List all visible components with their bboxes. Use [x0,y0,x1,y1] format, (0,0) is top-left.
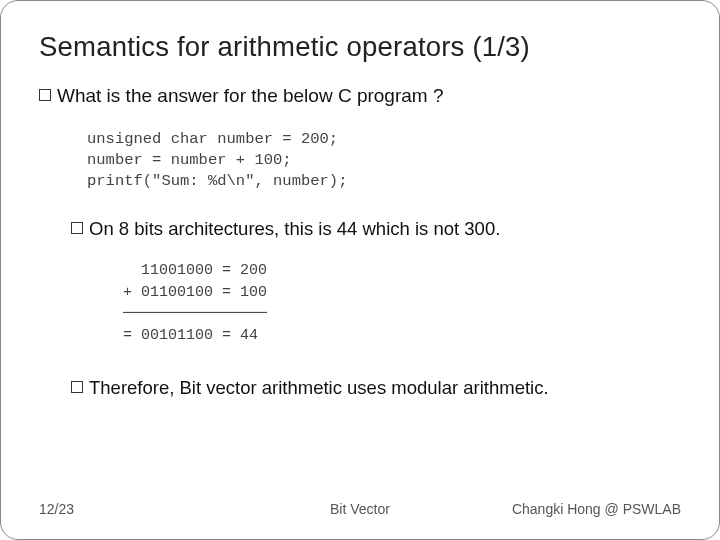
math-block: 11001000 = 200 + 01100100 = 100 ────────… [123,260,681,347]
bullet-text: Therefore, Bit vector arithmetic uses mo… [89,377,549,399]
page-number: 12/23 [39,501,74,517]
footer-author: Changki Hong @ PSWLAB [512,501,681,517]
slide: Semantics for arithmetic operators (1/3)… [0,0,720,540]
bullet-box-icon [39,89,51,101]
bullet-box-icon [71,381,83,393]
bullet-level1: What is the answer for the below C progr… [39,85,681,107]
bullet-text: What is the answer for the below C progr… [57,85,444,107]
code-block: unsigned char number = 200; number = num… [87,129,681,192]
bullet-level2: On 8 bits architectures, this is 44 whic… [71,218,681,240]
footer: 12/23 Bit Vector Changki Hong @ PSWLAB [1,501,719,517]
bullet-text: On 8 bits architectures, this is 44 whic… [89,218,500,240]
slide-title: Semantics for arithmetic operators (1/3) [39,31,681,63]
bullet-box-icon [71,222,83,234]
bullet-level2: Therefore, Bit vector arithmetic uses mo… [71,377,681,399]
